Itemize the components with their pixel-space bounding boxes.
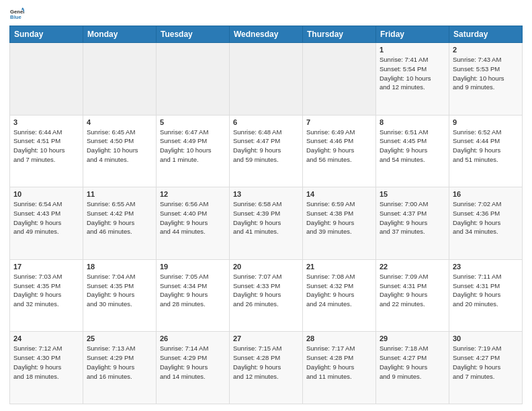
week-row-2: 3Sunrise: 6:44 AMSunset: 4:51 PMDaylight… — [10, 115, 523, 187]
day-number: 10 — [13, 190, 79, 198]
day-number: 27 — [233, 334, 299, 342]
day-number: 12 — [160, 190, 226, 198]
day-cell: 8Sunrise: 6:51 AMSunset: 4:45 PMDaylight… — [376, 115, 449, 187]
header: General Blue — [9, 7, 523, 21]
day-number: 22 — [380, 263, 445, 271]
day-info: Sunrise: 6:56 AMSunset: 4:40 PMDaylight:… — [160, 199, 226, 236]
day-cell — [230, 43, 303, 116]
day-cell: 20Sunrise: 7:07 AMSunset: 4:33 PMDayligh… — [230, 259, 303, 332]
day-info: Sunrise: 7:09 AMSunset: 4:31 PMDaylight:… — [380, 272, 445, 309]
day-cell: 25Sunrise: 7:13 AMSunset: 4:29 PMDayligh… — [83, 332, 157, 404]
day-number: 20 — [233, 263, 299, 271]
day-number: 23 — [453, 263, 519, 271]
day-cell: 12Sunrise: 6:56 AMSunset: 4:40 PMDayligh… — [157, 187, 230, 260]
svg-text:Blue: Blue — [10, 14, 21, 20]
day-info: Sunrise: 7:04 AMSunset: 4:35 PMDaylight:… — [87, 272, 152, 309]
day-info: Sunrise: 7:05 AMSunset: 4:34 PMDaylight:… — [160, 272, 226, 309]
day-cell: 16Sunrise: 7:02 AMSunset: 4:36 PMDayligh… — [449, 187, 523, 260]
day-cell: 1Sunrise: 7:41 AMSunset: 5:54 PMDaylight… — [376, 43, 449, 116]
day-info: Sunrise: 6:54 AMSunset: 4:43 PMDaylight:… — [13, 199, 79, 236]
header-saturday: Saturday — [449, 26, 523, 43]
week-row-5: 24Sunrise: 7:12 AMSunset: 4:30 PMDayligh… — [10, 332, 523, 404]
header-monday: Monday — [83, 26, 157, 43]
day-cell: 26Sunrise: 7:14 AMSunset: 4:29 PMDayligh… — [157, 332, 230, 404]
header-friday: Friday — [376, 26, 449, 43]
day-info: Sunrise: 6:48 AMSunset: 4:47 PMDaylight:… — [233, 128, 299, 165]
day-info: Sunrise: 7:19 AMSunset: 4:27 PMDaylight:… — [453, 344, 519, 381]
day-number: 3 — [13, 118, 79, 126]
day-info: Sunrise: 6:47 AMSunset: 4:49 PMDaylight:… — [160, 128, 226, 165]
day-number: 17 — [13, 263, 79, 271]
day-cell: 17Sunrise: 7:03 AMSunset: 4:35 PMDayligh… — [10, 259, 83, 332]
day-cell: 30Sunrise: 7:19 AMSunset: 4:27 PMDayligh… — [449, 332, 523, 404]
day-cell: 5Sunrise: 6:47 AMSunset: 4:49 PMDaylight… — [157, 115, 230, 187]
day-number: 5 — [160, 118, 226, 126]
day-cell: 27Sunrise: 7:15 AMSunset: 4:28 PMDayligh… — [230, 332, 303, 404]
day-cell: 15Sunrise: 7:00 AMSunset: 4:37 PMDayligh… — [376, 187, 449, 260]
day-info: Sunrise: 7:00 AMSunset: 4:37 PMDaylight:… — [380, 199, 445, 236]
day-cell: 10Sunrise: 6:54 AMSunset: 4:43 PMDayligh… — [10, 187, 83, 260]
header-wednesday: Wednesday — [230, 26, 303, 43]
week-row-1: 1Sunrise: 7:41 AMSunset: 5:54 PMDaylight… — [10, 43, 523, 116]
day-info: Sunrise: 7:11 AMSunset: 4:31 PMDaylight:… — [453, 272, 519, 309]
day-number: 18 — [87, 263, 152, 271]
day-cell: 11Sunrise: 6:55 AMSunset: 4:42 PMDayligh… — [83, 187, 157, 260]
day-cell — [157, 43, 230, 116]
day-number: 15 — [380, 190, 445, 198]
day-info: Sunrise: 6:58 AMSunset: 4:39 PMDaylight:… — [233, 199, 299, 236]
day-number: 8 — [380, 118, 445, 126]
day-number: 14 — [306, 190, 372, 198]
day-number: 28 — [306, 334, 372, 342]
day-cell: 23Sunrise: 7:11 AMSunset: 4:31 PMDayligh… — [449, 259, 523, 332]
day-number: 24 — [13, 334, 79, 342]
day-cell: 7Sunrise: 6:49 AMSunset: 4:46 PMDaylight… — [303, 115, 376, 187]
day-cell: 18Sunrise: 7:04 AMSunset: 4:35 PMDayligh… — [83, 259, 157, 332]
day-number: 29 — [380, 334, 445, 342]
header-tuesday: Tuesday — [157, 26, 230, 43]
day-number: 30 — [453, 334, 519, 342]
day-info: Sunrise: 6:52 AMSunset: 4:44 PMDaylight:… — [453, 128, 519, 165]
day-cell: 19Sunrise: 7:05 AMSunset: 4:34 PMDayligh… — [157, 259, 230, 332]
day-number: 21 — [306, 263, 372, 271]
day-info: Sunrise: 7:14 AMSunset: 4:29 PMDaylight:… — [160, 344, 226, 381]
day-number: 4 — [87, 118, 152, 126]
day-info: Sunrise: 6:45 AMSunset: 4:50 PMDaylight:… — [87, 128, 152, 165]
header-thursday: Thursday — [303, 26, 376, 43]
day-number: 1 — [380, 46, 445, 54]
day-cell — [83, 43, 157, 116]
header-sunday: Sunday — [10, 26, 83, 43]
day-cell: 28Sunrise: 7:17 AMSunset: 4:28 PMDayligh… — [303, 332, 376, 404]
day-info: Sunrise: 6:44 AMSunset: 4:51 PMDaylight:… — [13, 128, 79, 165]
day-info: Sunrise: 7:41 AMSunset: 5:54 PMDaylight:… — [380, 55, 445, 92]
day-cell: 21Sunrise: 7:08 AMSunset: 4:32 PMDayligh… — [303, 259, 376, 332]
day-number: 7 — [306, 118, 372, 126]
day-info: Sunrise: 6:59 AMSunset: 4:38 PMDaylight:… — [306, 199, 372, 236]
day-cell: 3Sunrise: 6:44 AMSunset: 4:51 PMDaylight… — [10, 115, 83, 187]
day-cell: 9Sunrise: 6:52 AMSunset: 4:44 PMDaylight… — [449, 115, 523, 187]
day-info: Sunrise: 7:08 AMSunset: 4:32 PMDaylight:… — [306, 272, 372, 309]
day-info: Sunrise: 7:13 AMSunset: 4:29 PMDaylight:… — [87, 344, 152, 381]
logo: General Blue — [9, 7, 24, 21]
calendar-header-row: SundayMondayTuesdayWednesdayThursdayFrid… — [10, 26, 523, 43]
day-number: 13 — [233, 190, 299, 198]
day-number: 25 — [87, 334, 152, 342]
day-cell — [303, 43, 376, 116]
day-number: 2 — [453, 46, 519, 54]
day-info: Sunrise: 7:03 AMSunset: 4:35 PMDaylight:… — [13, 272, 79, 309]
week-row-4: 17Sunrise: 7:03 AMSunset: 4:35 PMDayligh… — [10, 259, 523, 332]
day-cell — [10, 43, 83, 116]
day-number: 26 — [160, 334, 226, 342]
logo-icon: General Blue — [9, 7, 24, 21]
day-number: 16 — [453, 190, 519, 198]
day-info: Sunrise: 7:02 AMSunset: 4:36 PMDaylight:… — [453, 199, 519, 236]
day-info: Sunrise: 7:17 AMSunset: 4:28 PMDaylight:… — [306, 344, 372, 381]
day-number: 19 — [160, 263, 226, 271]
day-info: Sunrise: 7:12 AMSunset: 4:30 PMDaylight:… — [13, 344, 79, 381]
day-cell: 24Sunrise: 7:12 AMSunset: 4:30 PMDayligh… — [10, 332, 83, 404]
day-info: Sunrise: 7:18 AMSunset: 4:27 PMDaylight:… — [380, 344, 445, 381]
day-cell: 29Sunrise: 7:18 AMSunset: 4:27 PMDayligh… — [376, 332, 449, 404]
day-number: 6 — [233, 118, 299, 126]
page: General Blue SundayMondayTuesdayWednesda… — [0, 0, 532, 411]
day-cell: 6Sunrise: 6:48 AMSunset: 4:47 PMDaylight… — [230, 115, 303, 187]
day-number: 11 — [87, 190, 152, 198]
